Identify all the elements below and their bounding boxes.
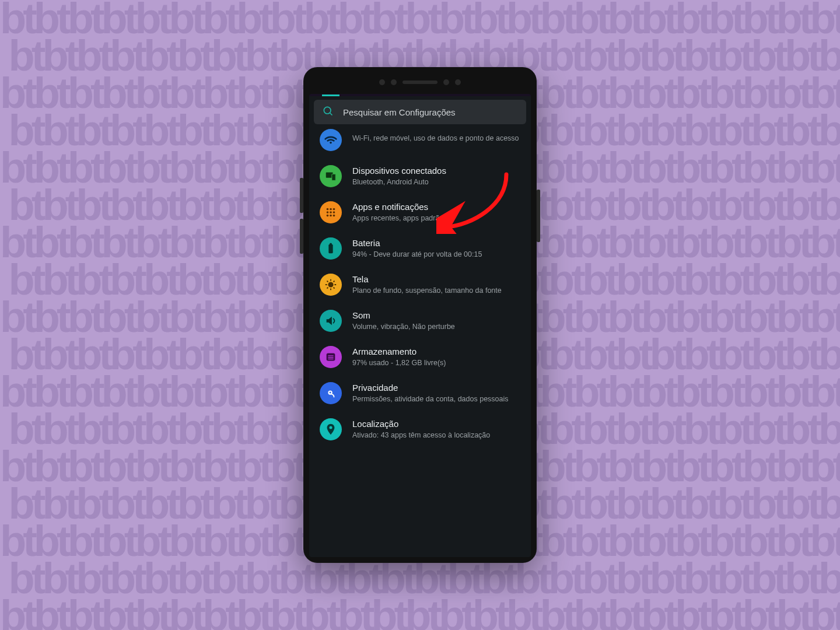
settings-item-subtitle: Ativado: 43 apps têm acesso à localizaçã… [352,430,520,440]
phone-frame: Wi-Fi, rede móvel, uso de dados e ponto … [303,67,537,563]
svg-point-11 [330,215,332,217]
svg-rect-18 [328,357,333,358]
svg-rect-3 [332,174,335,180]
settings-item-subtitle: Bluetooth, Android Auto [352,177,520,187]
svg-point-9 [333,211,335,214]
settings-item-bateria[interactable]: Bateria94% - Deve durar até por volta de… [309,230,531,267]
settings-item-title: Tela [352,274,520,285]
svg-point-15 [328,282,332,286]
settings-item-title: Localização [352,418,520,429]
svg-point-10 [327,215,329,217]
svg-point-4 [327,208,329,211]
settings-item-title: Apps e notificações [352,201,520,212]
search-bar[interactable] [314,100,526,124]
svg-rect-14 [330,243,332,245]
svg-line-1 [330,113,332,116]
settings-item-dispositivos-conectados[interactable]: Dispositivos conectadosBluetooth, Androi… [309,158,531,194]
settings-item-title: Dispositivos conectados [352,165,520,176]
search-input[interactable] [343,107,518,117]
location-icon [320,418,342,440]
svg-rect-19 [328,359,333,359]
settings-item-subtitle: Permissões, atividade da conta, dados pe… [352,394,520,404]
settings-item-subtitle: 97% usado - 1,82 GB livre(s) [352,358,520,368]
phone-screen: Wi-Fi, rede móvel, uso de dados e ponto … [309,94,531,557]
svg-rect-17 [328,355,333,356]
svg-point-7 [327,211,329,214]
battery-icon [320,237,342,260]
svg-point-5 [330,208,332,211]
settings-item-apps-e-notifica-es[interactable]: Apps e notificaçõesApps recentes, apps p… [309,194,531,230]
svg-point-0 [324,107,331,114]
svg-point-6 [333,208,335,211]
settings-item-subtitle: Volume, vibração, Não perturbe [352,322,520,331]
settings-list: Wi-Fi, rede móvel, uso de dados e ponto … [309,127,531,447]
apps-icon [320,201,342,223]
phone-side-button [537,190,540,242]
svg-point-8 [330,211,332,214]
settings-item-privacidade[interactable]: PrivacidadePermissões, atividade da cont… [309,375,531,411]
settings-item-subtitle: Plano de fundo, suspensão, tamanho da fo… [352,286,520,295]
search-icon [322,105,334,119]
svg-point-21 [330,392,331,394]
phone-side-button [300,219,303,254]
phone-bezel-top [307,71,533,94]
settings-item-tela[interactable]: TelaPlano de fundo, suspensão, tamanho d… [309,267,531,303]
status-accent [309,94,531,96]
settings-item-armazenamento[interactable]: Armazenamento97% usado - 1,82 GB livre(s… [309,339,531,375]
wifi-icon [320,129,342,151]
storage-icon [320,346,342,368]
settings-item-title: Som [352,310,520,321]
settings-item-subtitle: Apps recentes, apps padrão [352,214,520,223]
svg-rect-13 [328,244,332,254]
devices-icon [320,165,342,187]
settings-item-subtitle: Wi-Fi, rede móvel, uso de dados e ponto … [352,134,520,143]
settings-item-som[interactable]: SomVolume, vibração, Não perturbe [309,303,531,339]
settings-item-title: Armazenamento [352,346,520,357]
settings-item-network[interactable]: Wi-Fi, rede móvel, uso de dados e ponto … [309,131,531,158]
settings-item-title: Privacidade [352,382,520,393]
privacy-icon [320,382,342,404]
settings-item-localiza-o[interactable]: LocalizaçãoAtivado: 43 apps têm acesso à… [309,411,531,447]
settings-item-subtitle: 94% - Deve durar até por volta de 00:15 [352,250,520,259]
sound-icon [320,310,342,332]
svg-point-12 [333,215,335,217]
phone-side-button [300,178,303,213]
settings-item-title: Bateria [352,237,520,249]
display-icon [320,274,342,296]
